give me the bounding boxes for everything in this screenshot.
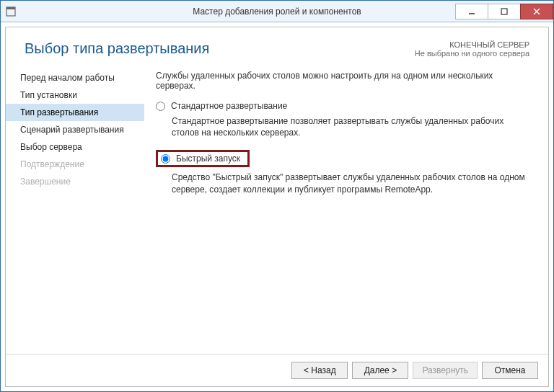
step-nav: Перед началом работыТип установкиТип раз… xyxy=(6,68,144,354)
deploy-button[interactable]: Развернуть xyxy=(413,362,478,379)
option-label-quick: Быстрый запуск xyxy=(176,153,240,164)
intro-text: Службы удаленных рабочих столов можно на… xyxy=(156,71,528,91)
cancel-button[interactable]: Отмена xyxy=(482,362,538,379)
option-label-standard: Стандартное развертывание xyxy=(171,101,287,111)
nav-step-1[interactable]: Тип установки xyxy=(6,86,144,104)
wizard-footer: < Назад Далее > Развернуть Отмена xyxy=(6,354,548,386)
next-button[interactable]: Далее > xyxy=(352,362,408,379)
nav-step-5: Подтверждение xyxy=(6,156,144,173)
deploy-option-quick[interactable]: Быстрый запуск xyxy=(156,150,528,167)
back-button[interactable]: < Назад xyxy=(291,362,348,379)
deploy-option-standard[interactable]: Стандартное развертывание xyxy=(156,101,528,111)
main-content: Службы удаленных рабочих столов можно на… xyxy=(144,68,534,354)
option-desc-quick: Средство "Быстрый запуск" развертывает с… xyxy=(172,172,528,195)
window-controls xyxy=(456,4,553,19)
page-title: Выбор типа развертывания xyxy=(25,40,209,57)
wizard-window: Мастер добавления ролей и компонентов Вы… xyxy=(0,0,554,392)
nav-step-3[interactable]: Сценарий развертывания xyxy=(6,121,144,138)
minimize-button[interactable] xyxy=(455,4,488,19)
radio-standard[interactable] xyxy=(156,102,165,111)
titlebar: Мастер добавления ролей и компонентов xyxy=(1,1,553,22)
destination-server: КОНЕЧНЫЙ СЕРВЕР Не выбрано ни одного сер… xyxy=(415,40,529,58)
svg-rect-1 xyxy=(6,7,15,9)
radio-quick[interactable] xyxy=(161,154,170,164)
nav-step-2[interactable]: Тип развертывания xyxy=(6,104,144,121)
close-button[interactable] xyxy=(520,4,553,19)
maximize-button[interactable] xyxy=(488,4,521,19)
svg-rect-3 xyxy=(501,9,507,14)
nav-step-4[interactable]: Выбор сервера xyxy=(6,138,144,156)
destination-label: КОНЕЧНЫЙ СЕРВЕР xyxy=(415,40,529,49)
option-desc-standard: Стандартное развертывание позволяет разв… xyxy=(172,115,528,138)
destination-value: Не выбрано ни одного сервера xyxy=(415,49,529,58)
nav-step-6: Завершение xyxy=(6,173,144,190)
system-menu-icon[interactable] xyxy=(1,1,21,22)
wizard-header: Выбор типа развертывания КОНЕЧНЫЙ СЕРВЕР… xyxy=(6,27,548,68)
nav-step-0[interactable]: Перед началом работы xyxy=(6,69,144,86)
wizard-body: Выбор типа развертывания КОНЕЧНЫЙ СЕРВЕР… xyxy=(5,27,549,387)
